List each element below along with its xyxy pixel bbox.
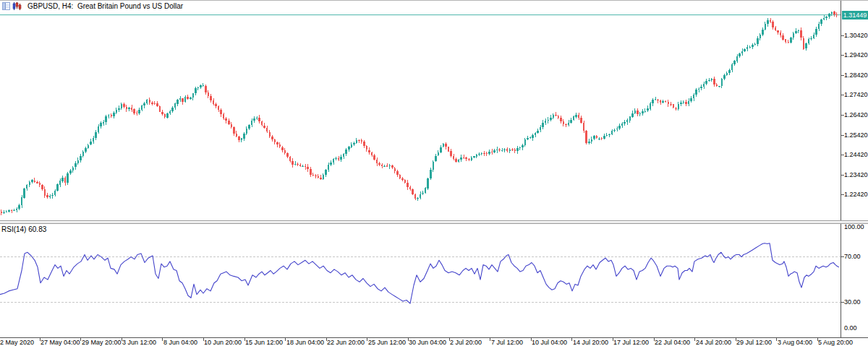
report-grid-icon	[2, 2, 10, 10]
rsi-level-lines	[0, 257, 841, 303]
time-tick-label: 3 Aug 04:00	[778, 339, 812, 346]
time-tick-label: 30 Jun 04:00	[409, 339, 446, 346]
rsi-tick-label: 0.00	[844, 324, 857, 332]
price-tick-label: 1.30420	[844, 32, 868, 40]
time-tick-label: 29 Jul 12:00	[736, 339, 772, 346]
rsi-tick-label: 30.00	[844, 298, 861, 306]
time-tick-label: 3 Jun 12:00	[122, 339, 156, 346]
price-tick-label: 1.27420	[844, 91, 868, 99]
rsi-tick-label: 100.00	[844, 223, 864, 231]
pane-splitter[interactable]	[0, 220, 868, 224]
bid-price-badge: 1.31449	[842, 11, 868, 20]
time-tick-label: 5 Aug 20:00	[818, 339, 853, 346]
time-tick-label: 24 Jul 20:00	[696, 339, 731, 346]
price-tick-label: 1.29420	[844, 51, 868, 59]
time-tick-label: 22 Jul 04:00	[655, 339, 690, 346]
price-tick-label: 1.25420	[844, 131, 868, 139]
axes	[0, 1, 868, 341]
time-tick-label: 8 Jun 04:00	[163, 339, 197, 346]
price-tick-label: 1.22420	[844, 191, 868, 199]
time-tick-label: 17 Jul 12:00	[613, 339, 649, 346]
time-tick-label: 10 Jun 20:00	[204, 339, 242, 346]
price-tick-label: 1.26420	[844, 111, 868, 119]
rsi-indicator-label: RSI(14) 60.83	[1, 225, 46, 233]
time-tick-label: 15 Jun 12:00	[245, 339, 283, 346]
rsi-tick-label: 70.00	[844, 253, 861, 261]
time-tick-label: 7 Jul 12:00	[491, 339, 523, 346]
time-tick-label: 22 Jun 20:00	[327, 339, 365, 346]
candlestick-series	[1, 11, 838, 215]
rsi-line-series	[0, 243, 839, 304]
candlestick-chart-icon	[12, 2, 22, 10]
time-tick-label: 29 May 20:00	[82, 339, 122, 346]
chart-title: GBPUSD, H4: Great Britain Pound vs US Do…	[27, 2, 183, 10]
time-tick-label: 2 Jul 20:00	[450, 339, 482, 346]
price-tick-label: 1.24420	[844, 151, 868, 159]
chart-area[interactable]	[0, 1, 868, 346]
price-tick-label: 1.23420	[844, 171, 868, 179]
chart-title-overlay: GBPUSD, H4: Great Britain Pound vs US Do…	[2, 2, 183, 10]
time-tick-label: 18 Jun 04:00	[286, 339, 324, 346]
time-tick-label: 2 May 2020	[0, 339, 34, 346]
time-tick-label: 27 May 04:00	[41, 339, 80, 346]
mt5-chart-window: GBPUSD, H4: Great Britain Pound vs US Do…	[0, 0, 868, 346]
time-tick-label: 14 Jul 20:00	[573, 339, 608, 346]
time-tick-label: 25 Jun 12:00	[368, 339, 406, 346]
time-tick-label: 10 Jul 04:00	[532, 339, 567, 346]
price-tick-label: 1.28420	[844, 72, 868, 79]
